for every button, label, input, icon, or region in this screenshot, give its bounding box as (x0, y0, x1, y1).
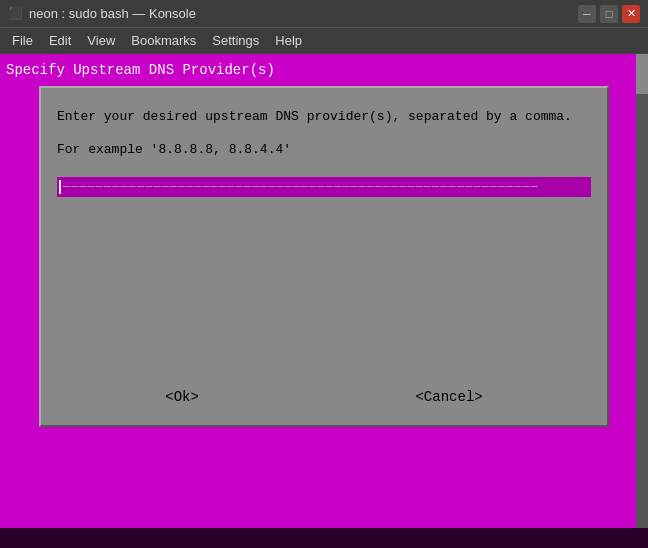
menu-file[interactable]: File (4, 30, 41, 51)
menu-edit[interactable]: Edit (41, 30, 79, 51)
cancel-button[interactable]: <Cancel> (403, 385, 494, 409)
title-bar-left: ⬛ neon : sudo bash — Konsole (8, 6, 196, 21)
app-icon: ⬛ (8, 6, 23, 21)
ok-button[interactable]: <Ok> (153, 385, 211, 409)
title-bar: ⬛ neon : sudo bash — Konsole ─ □ ✕ (0, 0, 648, 28)
menu-bookmarks[interactable]: Bookmarks (123, 30, 204, 51)
scrollbar[interactable] (636, 54, 648, 528)
dialog-example: For example '8.8.8.8, 8.8.4.4' (57, 142, 591, 157)
dialog-buttons: <Ok> <Cancel> (57, 385, 591, 409)
close-button[interactable]: ✕ (622, 5, 640, 23)
dns-input-field[interactable]: ────────────────────────────────────────… (57, 177, 591, 197)
minimize-button[interactable]: ─ (578, 5, 596, 23)
menu-help[interactable]: Help (267, 30, 310, 51)
main-window: ⬛ neon : sudo bash — Konsole ─ □ ✕ File … (0, 0, 648, 548)
maximize-button[interactable]: □ (600, 5, 618, 23)
window-title: neon : sudo bash — Konsole (29, 6, 196, 21)
dialog-content-area (57, 217, 591, 377)
bottom-bar (0, 528, 648, 548)
dialog-box: Enter your desired upstream DNS provider… (39, 86, 609, 427)
menu-settings[interactable]: Settings (204, 30, 267, 51)
window-controls: ─ □ ✕ (578, 5, 640, 23)
menu-bar: File Edit View Bookmarks Settings Help (0, 28, 648, 54)
menu-view[interactable]: View (79, 30, 123, 51)
terminal-area: Specify Upstream DNS Provider(s) Enter y… (0, 54, 648, 528)
input-dashes: ────────────────────────────────────────… (61, 180, 591, 194)
scrollbar-thumb[interactable] (636, 54, 648, 94)
terminal-header-text: Specify Upstream DNS Provider(s) (4, 62, 644, 78)
dialog-instruction: Enter your desired upstream DNS provider… (57, 108, 591, 126)
